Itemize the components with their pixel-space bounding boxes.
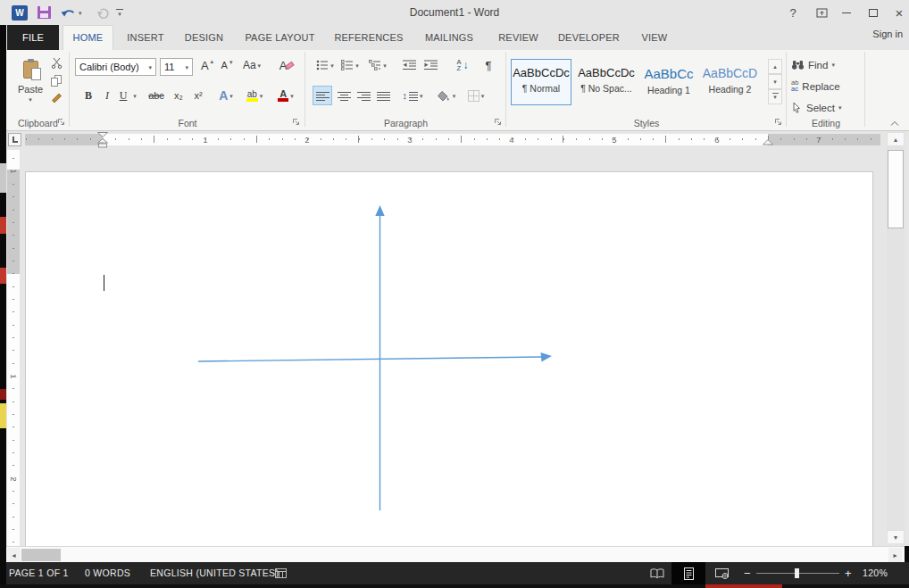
minimize-button[interactable] [833,0,860,25]
tab-home[interactable]: HOME [63,25,113,50]
italic-button[interactable]: I [100,86,114,105]
print-layout-button[interactable] [671,562,705,584]
shading-button[interactable]: ▾ [434,86,459,105]
macro-record-icon[interactable] [275,568,287,578]
close-button[interactable]: × [886,0,909,25]
styles-dialog-launcher[interactable] [774,118,783,127]
page-canvas[interactable] [25,171,873,546]
tab-design[interactable]: DESIGN [179,25,229,50]
multilevel-list-button[interactable]: ▾ [366,55,389,75]
underline-button[interactable]: U [116,86,130,105]
select-button[interactable]: Select ▾ [791,98,841,117]
clipboard-dialog-launcher[interactable] [57,118,66,127]
background-desktop-sliver [0,25,6,584]
cut-button[interactable] [48,55,64,70]
scroll-down-button[interactable]: ▾ [887,530,905,544]
bullets-button[interactable]: ▾ [314,55,336,75]
find-button[interactable]: Find ▾ [791,55,835,74]
paste-button[interactable]: Paste ▾ [13,54,48,109]
ruler-number: 5 [609,134,620,145]
paragraph-dialog-launcher[interactable] [494,118,503,127]
justify-button[interactable] [373,86,393,105]
right-indent-marker[interactable] [763,139,773,145]
font-color-button[interactable]: A ▾ [273,86,298,105]
increase-indent-button[interactable] [421,55,439,75]
style-heading1[interactable]: AaBbCc Heading 1 [639,59,698,105]
align-right-button[interactable] [354,86,373,105]
style-heading2[interactable]: AaBbCcD Heading 2 [700,59,760,105]
font-dialog-launcher[interactable] [292,118,301,127]
tab-mailings[interactable]: MAILINGS [415,25,483,50]
undo-button[interactable] [61,4,77,21]
ribbon-display-options-button[interactable] [808,0,835,25]
tab-developer[interactable]: DEVELOPER [554,25,624,50]
grow-font-button[interactable]: A ▴ [198,55,216,75]
align-center-button[interactable] [334,86,354,105]
tab-view[interactable]: VIEW [633,25,676,50]
font-size-combobox[interactable]: 11 ▾ [160,58,193,76]
styles-gallery-up-button[interactable]: ▴ [768,59,782,74]
maximize-button[interactable] [860,0,887,25]
redo-button[interactable] [96,4,111,21]
tab-file[interactable]: FILE [7,25,59,50]
tab-stop-selector[interactable] [8,133,21,146]
sign-in-link[interactable]: Sign in [872,29,903,39]
align-left-button[interactable] [313,86,332,105]
superscript-button[interactable]: x² [189,86,207,105]
tab-review[interactable]: REVIEW [492,25,545,50]
scroll-right-button[interactable]: ▸ [888,548,902,562]
tab-insert[interactable]: INSERT [120,25,171,50]
zoom-out-button[interactable]: − [744,562,751,584]
scroll-up-button[interactable]: ▴ [887,132,905,146]
language-indicator[interactable]: ENGLISH (UNITED STATES) [150,562,279,584]
scroll-left-button[interactable]: ◂ [7,548,21,562]
shrink-font-button[interactable]: A ▾ [218,55,236,75]
line-spacing-button[interactable]: ↕ ▾ [400,86,425,105]
hanging-indent-marker[interactable] [97,138,108,148]
help-button[interactable]: ? [780,0,806,25]
change-case-button[interactable]: Aa ▾ [239,55,264,75]
first-line-indent-marker[interactable] [97,132,108,137]
style-normal[interactable]: AaBbCcDc ¶ Normal [511,59,571,105]
tab-page-layout[interactable]: PAGE LAYOUT [238,25,321,50]
collapse-ribbon-button[interactable] [889,120,900,127]
close-icon: × [896,5,904,21]
web-layout-button[interactable] [709,562,734,584]
underline-dropdown[interactable]: ▾ [130,86,139,105]
read-mode-button[interactable] [645,562,670,584]
format-painter-button[interactable] [48,91,64,105]
replace-button[interactable]: ab ac Replace [791,77,840,95]
tab-references[interactable]: REFERENCES [333,25,404,50]
style-no-spacing[interactable]: AaBbCcDc ¶ No Spac... [577,59,636,105]
zoom-slider-handle[interactable] [795,568,799,578]
style-name: Heading 1 [640,85,697,95]
page-indicator[interactable]: PAGE 1 OF 1 [9,562,69,584]
highlight-button[interactable]: ab ▾ [241,86,268,105]
word-app-icon: A W [12,4,28,21]
copy-button[interactable] [48,73,64,87]
chevron-down-icon: ▾ [258,62,262,69]
zoom-level[interactable]: 120% [863,562,888,584]
text-effects-button[interactable]: A ▾ [214,86,238,105]
bold-button[interactable]: B [80,86,96,105]
vertical-scrollbar-thumb[interactable] [888,150,904,228]
chevron-down-icon: ▾ [148,64,152,70]
sort-button[interactable]: A Z ↓ [452,55,473,75]
copy-icon [51,75,62,87]
numbering-button[interactable]: ▾ [339,55,361,75]
save-button[interactable] [38,4,51,21]
horizontal-scrollbar-thumb[interactable] [21,549,61,561]
strikethrough-button[interactable]: abc [145,86,168,105]
word-count[interactable]: 0 WORDS [85,562,130,584]
subscript-button[interactable]: x₂ [170,86,188,105]
borders-button[interactable]: ▾ [463,86,489,105]
styles-gallery-more-button[interactable]: ▾ [768,89,782,104]
zoom-in-button[interactable]: + [845,562,852,584]
font-name-combobox[interactable]: Calibri (Body) ▾ [75,58,156,76]
show-hide-pilcrow-button[interactable]: ¶ [480,55,496,75]
qat-customize-button[interactable]: ▾ [116,4,123,21]
undo-dropdown[interactable]: ▾ [79,4,82,21]
clear-formatting-button[interactable]: A [275,55,298,75]
decrease-indent-button[interactable] [400,55,418,75]
styles-gallery-down-button[interactable]: ▾ [768,74,782,89]
